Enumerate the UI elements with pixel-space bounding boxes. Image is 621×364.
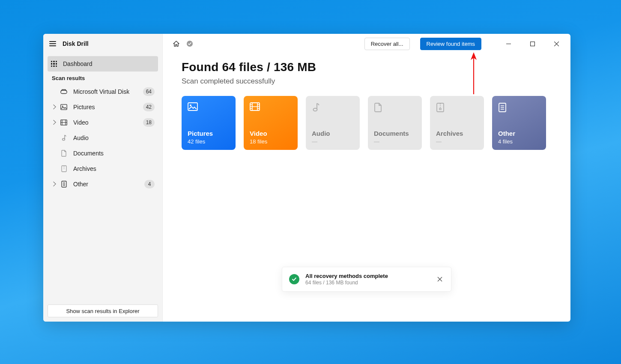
sidebar-item-label: Dashboard <box>63 60 93 67</box>
card-sub: — <box>436 138 478 145</box>
sidebar-item-video[interactable]: Video 18 <box>48 115 158 130</box>
sidebar-item-pictures[interactable]: Pictures 42 <box>48 99 158 115</box>
chevron-right-icon <box>51 120 56 125</box>
titlebar: Recover all... Review found items <box>163 34 570 54</box>
sidebar-item-other[interactable]: Other 4 <box>48 176 158 192</box>
sidebar-item-disk[interactable]: Microsoft Virtual Disk 64 <box>48 84 158 99</box>
sidebar-item-label: Pictures <box>73 104 95 110</box>
sidebar-item-dashboard[interactable]: Dashboard <box>48 56 158 72</box>
card-sub: 18 files <box>250 138 292 145</box>
sidebar-item-label: Video <box>73 119 89 126</box>
card-sub: 4 files <box>498 138 540 145</box>
video-icon <box>250 102 292 113</box>
svg-rect-32 <box>439 108 441 110</box>
svg-rect-19 <box>188 103 197 110</box>
archive-icon <box>60 165 67 172</box>
svg-rect-1 <box>61 104 67 110</box>
chevron-right-icon <box>51 182 56 186</box>
card-title: Audio <box>312 130 354 137</box>
card-other[interactable]: Other 4 files <box>492 96 546 150</box>
document-icon <box>374 102 416 113</box>
sidebar-item-documents[interactable]: Documents <box>48 146 158 161</box>
category-cards: Pictures 42 files Video 18 files Audio — <box>182 96 552 150</box>
sidebar-item-label: Microsoft Virtual Disk <box>73 88 129 95</box>
window-close-button[interactable] <box>547 37 565 50</box>
svg-point-29 <box>313 108 317 111</box>
toast-subtitle: 64 files / 136 MB found <box>305 280 430 286</box>
other-icon <box>498 102 540 113</box>
picture-icon <box>60 104 67 110</box>
sidebar-item-label: Documents <box>73 150 104 157</box>
content-area: Found 64 files / 136 MB Scan completed s… <box>163 54 570 150</box>
review-found-items-button[interactable]: Review found items <box>420 38 481 50</box>
sidebar-item-label: Other <box>73 181 88 188</box>
card-video[interactable]: Video 18 files <box>244 96 298 150</box>
sidebar-item-badge: 18 <box>143 118 155 127</box>
picture-icon <box>188 102 230 113</box>
recover-all-button[interactable]: Recover all... <box>364 38 410 50</box>
card-title: Archives <box>436 130 478 137</box>
app-title: Disk Drill <box>63 40 89 47</box>
sidebar-footer: Show scan results in Explorer <box>43 300 162 322</box>
sidebar-item-badge: 64 <box>143 87 155 96</box>
card-sub: 42 files <box>188 138 230 145</box>
card-sub: — <box>312 138 354 145</box>
sidebar-header: Disk Drill <box>43 34 162 54</box>
toast-close-button[interactable] <box>436 275 444 283</box>
dashboard-icon <box>51 61 57 67</box>
app-window: Disk Drill Dashboard Scan results Micros… <box>43 34 570 322</box>
main-panel: Recover all... Review found items Found … <box>163 34 570 322</box>
document-icon <box>60 150 67 157</box>
card-archives[interactable]: Archives — <box>430 96 484 150</box>
home-icon[interactable] <box>172 40 180 48</box>
sidebar-item-audio[interactable]: Audio <box>48 130 158 146</box>
sidebar-item-badge: 42 <box>143 103 155 111</box>
audio-icon <box>312 102 354 113</box>
audio-icon <box>60 134 67 141</box>
svg-point-20 <box>190 104 191 106</box>
sidebar-item-badge: 4 <box>144 180 155 188</box>
video-icon <box>60 119 67 126</box>
sidebar-section-label: Scan results <box>48 72 158 84</box>
card-documents[interactable]: Documents — <box>368 96 422 150</box>
page-headline: Found 64 files / 136 MB <box>182 60 552 74</box>
sidebar-item-label: Archives <box>73 165 96 172</box>
card-audio[interactable]: Audio — <box>306 96 360 150</box>
window-minimize-button[interactable] <box>499 37 517 50</box>
sidebar-item-label: Audio <box>73 134 89 141</box>
card-sub: — <box>374 138 416 145</box>
toast-title: All recovery methods complete <box>305 273 430 279</box>
hamburger-menu-icon[interactable] <box>49 41 56 46</box>
page-subhead: Scan completed successfully <box>182 77 552 86</box>
window-maximize-button[interactable] <box>523 37 541 50</box>
show-in-explorer-button[interactable]: Show scan results in Explorer <box>48 304 158 317</box>
svg-rect-16 <box>530 42 534 46</box>
sidebar-item-archives[interactable]: Archives <box>48 161 158 176</box>
other-icon <box>60 181 67 188</box>
card-pictures[interactable]: Pictures 42 files <box>182 96 236 150</box>
card-title: Documents <box>374 130 416 137</box>
archive-icon <box>436 102 478 113</box>
card-title: Other <box>498 130 540 137</box>
sidebar: Disk Drill Dashboard Scan results Micros… <box>43 34 163 322</box>
toast-notification: All recovery methods complete 64 files /… <box>282 267 451 292</box>
disk-icon <box>60 88 67 95</box>
checkmark-icon <box>289 274 299 284</box>
svg-point-2 <box>62 106 63 107</box>
card-title: Video <box>250 130 292 137</box>
card-title: Pictures <box>188 130 230 137</box>
sidebar-nav: Dashboard Scan results Microsoft Virtual… <box>43 54 162 192</box>
checkmark-badge-icon[interactable] <box>186 40 194 48</box>
chevron-right-icon <box>51 104 56 109</box>
